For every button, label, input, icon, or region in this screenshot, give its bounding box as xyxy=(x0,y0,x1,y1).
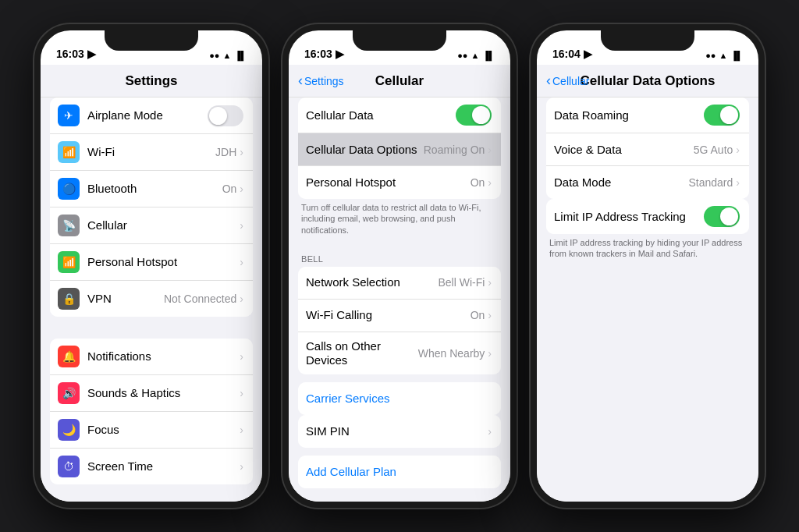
list-item[interactable]: 📡Cellular› xyxy=(50,207,253,244)
item-label: Voice & Data xyxy=(554,143,622,156)
list-item[interactable]: 🔒VPNNot Connected› xyxy=(50,281,253,317)
list-item[interactable]: 🔊Sounds & Haptics› xyxy=(50,375,253,412)
nav-title: Settings xyxy=(125,73,177,89)
chevron-icon: › xyxy=(240,146,243,158)
chevron-icon: › xyxy=(240,424,243,436)
phone-phone3: 16:04 ▶●● ▲ ▐▌‹CellularCellular Data Opt… xyxy=(531,24,765,508)
list-item[interactable]: 🌙Focus› xyxy=(50,412,253,449)
chevron-icon: › xyxy=(488,425,492,438)
item-value: Standard xyxy=(689,176,733,189)
chevron-icon: › xyxy=(240,460,243,473)
toggle-switch[interactable] xyxy=(456,105,492,126)
chevron-icon: › xyxy=(240,350,243,363)
chevron-icon: › xyxy=(240,387,243,399)
chevron-icon: › xyxy=(240,219,243,232)
item-value: On xyxy=(222,183,237,195)
list-item[interactable]: Data ModeStandard› xyxy=(546,166,749,199)
list-item[interactable]: Cellular Data OptionsRoaming On› xyxy=(298,133,501,166)
back-arrow-icon: ‹ xyxy=(546,73,551,89)
notch xyxy=(601,30,694,51)
info-text: Limit IP address tracking by hiding your… xyxy=(537,234,758,266)
list-section: Limit IP Address Tracking xyxy=(546,199,749,234)
toggle-switch[interactable] xyxy=(208,105,243,126)
link-section: Add Cellular Plan xyxy=(298,456,501,488)
toggle-knob xyxy=(209,107,227,125)
status-icons: ●● ▲ ▐▌ xyxy=(457,51,495,60)
list-item[interactable]: 🔔Notifications› xyxy=(50,339,253,375)
status-time: 16:03 ▶ xyxy=(304,48,344,60)
notch xyxy=(105,30,198,51)
section-header: CELLULAR DATA xyxy=(289,496,510,502)
list-section: Network SelectionBell Wi-Fi›Wi-Fi Callin… xyxy=(298,267,501,374)
info-text: Turn off cellular data to restrict all d… xyxy=(289,199,510,242)
list-section: SIM PIN› xyxy=(298,415,501,448)
link-section: Carrier Services xyxy=(298,382,501,415)
back-label: Cellular xyxy=(552,75,589,87)
list-item[interactable]: Wi-Fi CallingOn› xyxy=(298,300,501,332)
battery-icon: ▐▌ xyxy=(730,51,743,60)
item-label: Cellular Data Options xyxy=(306,143,417,156)
status-time: 16:04 ▶ xyxy=(552,48,592,60)
list-section: Data RoamingVoice & Data5G Auto›Data Mod… xyxy=(546,98,749,199)
toggle-switch[interactable] xyxy=(704,206,740,227)
item-icon: 🔒 xyxy=(58,288,80,310)
chevron-icon: › xyxy=(488,176,492,189)
list-item[interactable]: Personal HotspotOn› xyxy=(298,166,501,199)
item-label: Cellular Data xyxy=(306,108,374,122)
list-section: Cellular DataCellular Data OptionsRoamin… xyxy=(298,98,501,199)
item-value: Bell Wi-Fi xyxy=(438,276,485,289)
chevron-icon: › xyxy=(488,276,492,289)
list-section: ✈Airplane Mode📶Wi-FiJDH›🔵BluetoothOn›📡Ce… xyxy=(50,98,253,317)
item-label: Calls on Other Devices xyxy=(306,339,381,367)
item-value: JDH xyxy=(215,146,236,158)
back-arrow-icon: ‹ xyxy=(298,73,303,89)
item-label: Notifications xyxy=(87,349,151,363)
list-item[interactable]: 📶Wi-FiJDH› xyxy=(50,134,253,171)
link-label: Carrier Services xyxy=(306,392,492,405)
list-item[interactable]: ✈Airplane Mode xyxy=(50,98,253,134)
toggle-knob xyxy=(720,207,738,225)
link-item[interactable]: Add Cellular Plan xyxy=(298,456,501,488)
toggle-knob xyxy=(472,106,490,124)
list-item[interactable]: SIM PIN› xyxy=(298,415,501,448)
list-item[interactable]: 🔵BluetoothOn› xyxy=(50,171,253,207)
nav-title: Cellular xyxy=(375,73,424,89)
back-button[interactable]: ‹Cellular xyxy=(546,73,589,89)
nav-bar: Settings xyxy=(41,65,262,98)
list-item[interactable]: 📶Personal Hotspot› xyxy=(50,244,253,281)
item-label: Data Roaming xyxy=(554,108,629,122)
item-label: Wi-Fi Calling xyxy=(306,308,372,321)
status-time: 16:03 ▶ xyxy=(56,48,96,60)
item-label: Airplane Mode xyxy=(87,108,163,122)
item-label: Screen Time xyxy=(87,459,153,473)
list-item[interactable]: Voice & Data5G Auto› xyxy=(546,133,749,166)
toggle-switch[interactable] xyxy=(704,105,740,126)
phone-phone1: 16:03 ▶●● ▲ ▐▌Settings✈Airplane Mode📶Wi-… xyxy=(34,24,268,508)
section-header: BELL xyxy=(289,250,510,267)
item-label: Personal Hotspot xyxy=(306,176,396,189)
item-value: On xyxy=(471,176,485,189)
list-item[interactable]: Calls on Other DevicesWhen Nearby› xyxy=(298,332,501,374)
item-icon: 📡 xyxy=(58,215,80,236)
item-icon: ✈ xyxy=(58,105,80,126)
chevron-icon: › xyxy=(736,144,740,156)
item-label: Limit IP Address Tracking xyxy=(554,210,686,223)
item-icon: 🔔 xyxy=(58,346,80,367)
list-item[interactable]: Data Roaming xyxy=(546,98,749,133)
link-item[interactable]: Carrier Services xyxy=(298,382,501,415)
item-value: When Nearby xyxy=(418,347,485,360)
list-item[interactable]: Limit IP Address Tracking xyxy=(546,199,749,234)
nav-title: Cellular Data Options xyxy=(581,73,716,89)
item-value: Not Connected xyxy=(164,293,236,305)
back-button[interactable]: ‹Settings xyxy=(298,73,344,89)
item-label: Personal Hotspot xyxy=(87,255,177,268)
list-item[interactable]: ⏱Screen Time› xyxy=(50,449,253,484)
list-item[interactable]: Cellular Data xyxy=(298,98,501,133)
item-label: Wi-Fi xyxy=(87,145,115,158)
nav-bar: ‹SettingsCellular xyxy=(289,65,510,98)
item-value: Roaming On xyxy=(424,144,485,156)
wifi-icon: ▲ xyxy=(223,51,232,60)
list-item[interactable]: Network SelectionBell Wi-Fi› xyxy=(298,267,501,300)
status-icons: ●● ▲ ▐▌ xyxy=(705,51,743,60)
chevron-icon: › xyxy=(240,183,243,195)
